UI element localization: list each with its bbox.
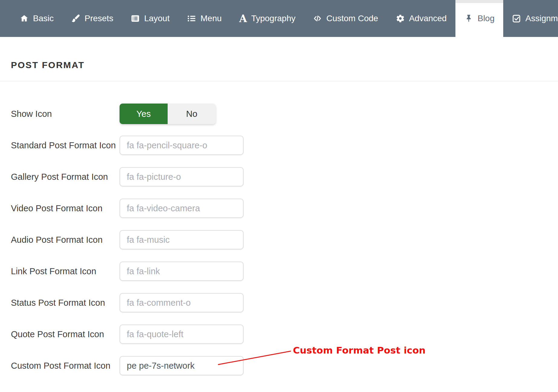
audio-post-format-input[interactable] [120,230,244,249]
tab-label: Basic [33,14,54,23]
layout-list-icon [131,14,140,23]
custom-post-format-row: Custom Post Format Icon [11,356,558,375]
tab-custom-code[interactable]: Custom Code [304,0,387,37]
tab-layout[interactable]: Layout [122,0,178,37]
tab-assignment[interactable]: Assignment [503,0,558,37]
check-square-icon [512,14,521,23]
standard-post-format-input[interactable] [120,136,244,155]
tab-label: Presets [84,14,113,23]
tab-typography[interactable]: A Typography [231,0,304,37]
gear-icon [396,14,405,23]
show-icon-no-button[interactable]: No [168,104,216,124]
page-title: POST FORMAT [11,60,558,70]
field-label: Standard Post Format Icon [11,140,120,150]
field-label: Link Post Format Icon [11,266,120,276]
settings-tab-bar: Basic Presets Layout Menu A Typography [0,0,558,37]
audio-post-format-row: Audio Post Format Icon [11,230,558,249]
show-icon-row: Show Icon Yes No [11,104,558,124]
link-post-format-row: Link Post Format Icon [11,262,558,281]
status-post-format-row: Status Post Format Icon [11,293,558,312]
field-label: Quote Post Format Icon [11,329,120,339]
status-post-format-input[interactable] [120,293,244,312]
tab-label: Assignment [525,14,558,23]
field-label: Show Icon [11,109,120,119]
tab-label: Layout [144,14,169,23]
thumbtack-icon [464,14,473,23]
paint-brush-icon [71,14,80,23]
post-format-form: Show Icon Yes No Standard Post Format Ic… [0,81,558,375]
font-a-icon: A [239,14,247,24]
standard-post-format-row: Standard Post Format Icon [11,136,558,155]
field-label: Custom Post Format Icon [11,361,120,371]
field-label: Video Post Format Icon [11,203,120,213]
link-post-format-input[interactable] [120,262,244,281]
gallery-post-format-input[interactable] [120,167,244,186]
tab-label: Custom Code [326,14,378,23]
show-icon-yes-button[interactable]: Yes [120,104,168,124]
annotation-label: Custom Format Post icon [293,345,425,356]
show-icon-toggle: Yes No [120,104,216,124]
video-post-format-input[interactable] [120,199,244,218]
tab-advanced[interactable]: Advanced [387,0,456,37]
video-post-format-row: Video Post Format Icon [11,199,558,218]
field-label: Gallery Post Format Icon [11,172,120,182]
custom-post-format-input[interactable] [120,356,244,375]
quote-post-format-input[interactable] [120,324,244,344]
gallery-post-format-row: Gallery Post Format Icon [11,167,558,186]
home-icon [20,14,29,23]
quote-post-format-row: Quote Post Format Icon [11,324,558,344]
tab-blog-active[interactable]: Blog [455,0,503,37]
field-label: Status Post Format Icon [11,298,120,308]
tab-label: Typography [251,14,295,23]
section-header: POST FORMAT [0,37,558,81]
code-icon [313,14,322,23]
field-label: Audio Post Format Icon [11,235,120,245]
tab-label: Menu [200,14,222,23]
menu-list-icon [187,14,196,23]
tab-presets[interactable]: Presets [62,0,122,37]
tab-basic[interactable]: Basic [11,0,62,37]
tab-label: Blog [478,14,494,23]
tab-menu[interactable]: Menu [178,0,230,37]
tab-label: Advanced [409,14,447,23]
